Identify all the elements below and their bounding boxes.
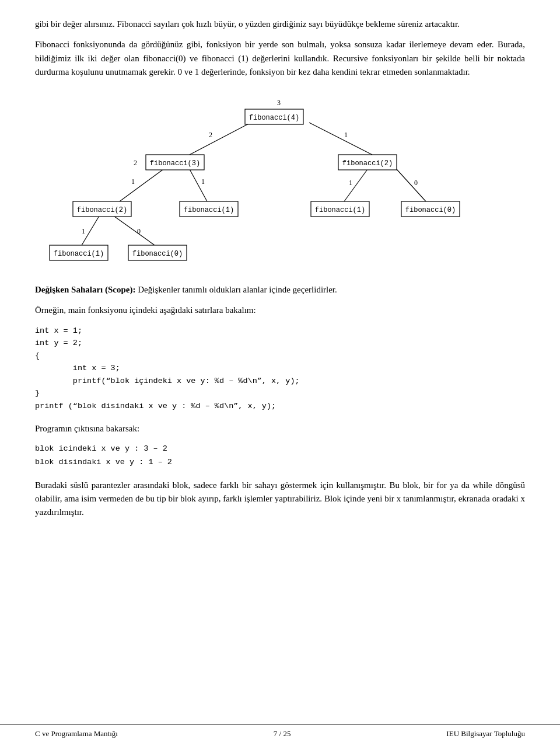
node-fib1-mid-label: fibonacci(1) xyxy=(184,206,234,214)
scope-text: Değişkenler tanımlı oldukları alanlar iç… xyxy=(136,285,337,294)
node-fib3-label: fibonacci(3) xyxy=(150,159,200,168)
node-fib1-right2-label: fibonacci(1) xyxy=(315,206,365,214)
node-fib0-right-label: fibonacci(0) xyxy=(405,206,456,214)
edge-label-1d: 1 xyxy=(82,227,85,235)
code-block-1: int x = 1; int y = 2; { int x = 3; print… xyxy=(35,325,525,413)
node-fib0-left-label: fibonacci(0) xyxy=(132,250,183,258)
edge-label-0b: 0 xyxy=(414,179,418,187)
paragraph-4: Örneğin, main fonksiyonu içindeki aşağıd… xyxy=(35,304,525,317)
node-fib2-left-label: fibonacci(2) xyxy=(77,206,127,214)
svg-line-5 xyxy=(114,216,155,245)
paragraph-3: Değişken Sahaları (Scope): Değişkenler t… xyxy=(35,283,525,297)
node-fib1-leftmost-label: fibonacci(1) xyxy=(54,250,104,258)
fibonacci-tree-svg: 2 1 3 1 1 1 0 1 xyxy=(35,90,525,271)
node-fib4-label: fibonacci(4) xyxy=(249,114,299,122)
scope-title: Değişken Sahaları (Scope): xyxy=(35,285,136,294)
paragraph-5: Programın çıktısına bakarsak: xyxy=(35,422,525,436)
edge-label-3: 3 xyxy=(277,99,281,107)
svg-line-0 xyxy=(190,123,251,155)
paragraph-1: gibi bir değer alırsınız. Fibonacci sayı… xyxy=(35,18,525,31)
footer-left: C ve Programlama Mantığı xyxy=(35,729,118,738)
node-fib2-right-label: fibonacci(2) xyxy=(342,159,393,168)
edge-label-1e: 1 xyxy=(349,179,352,187)
paragraph-2: Fibonacci fonksiyonunda da gördüğünüz gi… xyxy=(35,38,525,79)
edge-label-1a: 1 xyxy=(344,131,348,139)
footer-right: IEU Bilgisayar Topluluğu xyxy=(446,729,525,738)
edge-label-2b: 2 xyxy=(134,159,137,167)
paragraph-6: Buradaki süslü parantezler arasındaki bl… xyxy=(35,479,525,520)
svg-line-6 xyxy=(344,169,368,201)
page-footer: C ve Programlama Mantığı 7 / 25 IEU Bilg… xyxy=(0,724,560,738)
edge-label-0a: 0 xyxy=(137,227,141,235)
svg-line-2 xyxy=(120,169,163,201)
edge-label-1c: 1 xyxy=(201,177,205,186)
tree-diagram: 2 1 3 1 1 1 0 1 xyxy=(35,90,525,271)
page-content: gibi bir değer alırsınız. Fibonacci sayı… xyxy=(35,18,525,520)
edge-label-1b: 1 xyxy=(131,177,135,186)
footer-center: 7 / 25 xyxy=(274,729,291,738)
svg-line-7 xyxy=(397,169,426,201)
svg-line-1 xyxy=(309,123,372,155)
output-block-1: blok icindeki x ve y : 3 – 2 blok disind… xyxy=(35,443,525,469)
edge-label-2a: 2 xyxy=(209,131,212,139)
